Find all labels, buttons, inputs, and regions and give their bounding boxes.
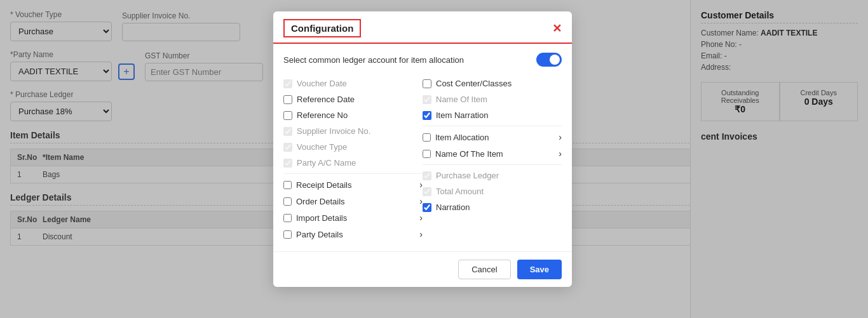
check-name-of-the-item-input[interactable] — [423, 150, 431, 158]
check-item-allocation-label: Item Allocation — [435, 133, 489, 142]
left-divider — [283, 173, 423, 174]
modal-close-button[interactable]: ✕ — [552, 22, 562, 36]
check-item-allocation[interactable]: Item Allocation › — [423, 129, 562, 145]
check-voucher-date-input[interactable] — [283, 79, 292, 88]
check-cost-center-input[interactable] — [423, 79, 431, 88]
check-party-details-input[interactable] — [283, 230, 292, 239]
modal-footer: Cancel Save — [273, 251, 572, 287]
toggle-switch[interactable] — [536, 53, 562, 67]
check-order-details-label: Order Details — [296, 197, 345, 206]
toggle-label: Select common ledger account for item al… — [283, 55, 464, 65]
check-total-amount-label: Total Amount — [436, 187, 484, 196]
check-import-details-label: Import Details — [296, 213, 347, 223]
check-cost-center[interactable]: Cost Center/Classes — [423, 76, 562, 91]
check-item-narration[interactable]: Item Narration — [423, 107, 562, 123]
check-order-details[interactable]: Order Details › — [283, 193, 423, 209]
left-column: Voucher Date Reference Date Reference No… — [283, 76, 423, 242]
check-total-amount-input[interactable] — [423, 187, 431, 196]
check-receipt-details-input[interactable] — [283, 181, 292, 189]
check-item-narration-label: Item Narration — [436, 110, 488, 120]
modal-title: Configuration — [283, 19, 361, 37]
check-item-narration-input[interactable] — [423, 111, 431, 120]
right-divider1 — [423, 126, 562, 126]
modal-header: Configuration ✕ — [273, 11, 572, 44]
check-reference-no-input[interactable] — [283, 111, 292, 120]
check-reference-date-label: Reference Date — [297, 95, 355, 104]
cancel-button[interactable]: Cancel — [458, 260, 510, 279]
check-receipt-details[interactable]: Receipt Details › — [283, 176, 423, 193]
page: * Voucher Type Purchase Supplier Invoice… — [0, 0, 868, 318]
toggle-row: Select common ledger account for item al… — [283, 53, 562, 67]
item-allocation-arrow: › — [559, 132, 562, 142]
check-item-allocation-input[interactable] — [423, 133, 431, 142]
check-order-details-input[interactable] — [283, 197, 292, 206]
check-voucher-type[interactable]: Voucher Type — [283, 139, 423, 155]
check-import-details[interactable]: Import Details › — [283, 209, 423, 226]
configuration-modal: Configuration ✕ Select common ledger acc… — [273, 11, 572, 287]
check-supplier-invoice-label: Supplier Invoice No. — [297, 126, 370, 136]
check-name-of-the-item-label: Name Of The Item — [435, 149, 503, 159]
check-purchase-ledger[interactable]: Purchase Ledger — [423, 168, 562, 183]
check-receipt-details-label: Receipt Details — [296, 180, 351, 190]
check-import-details-input[interactable] — [283, 214, 292, 222]
check-voucher-type-label: Voucher Type — [297, 142, 347, 152]
check-purchase-ledger-label: Purchase Ledger — [436, 171, 499, 180]
check-supplier-invoice[interactable]: Supplier Invoice No. — [283, 123, 423, 139]
check-name-of-item-label: Name Of Item — [436, 95, 487, 104]
check-voucher-date-label: Voucher Date — [297, 79, 347, 88]
check-cost-center-label: Cost Center/Classes — [436, 79, 512, 88]
check-reference-no-label: Reference No — [297, 110, 348, 120]
check-name-of-item-input[interactable] — [423, 95, 431, 104]
check-name-of-item[interactable]: Name Of Item — [423, 91, 562, 107]
save-button[interactable]: Save — [517, 260, 562, 279]
name-of-the-item-arrow: › — [559, 149, 562, 159]
check-total-amount[interactable]: Total Amount — [423, 183, 562, 199]
check-narration-input[interactable] — [423, 203, 431, 212]
check-party-ac-name-input[interactable] — [283, 159, 292, 168]
check-reference-no[interactable]: Reference No — [283, 107, 423, 123]
checkboxes-grid: Voucher Date Reference Date Reference No… — [283, 76, 562, 242]
check-party-details[interactable]: Party Details › — [283, 226, 423, 242]
check-narration[interactable]: Narration — [423, 199, 562, 215]
check-voucher-date[interactable]: Voucher Date — [283, 76, 423, 91]
check-narration-label: Narration — [436, 202, 470, 212]
modal-body: Select common ledger account for item al… — [273, 44, 572, 251]
check-reference-date-input[interactable] — [283, 95, 292, 104]
check-supplier-invoice-input[interactable] — [283, 127, 292, 136]
check-party-ac-name[interactable]: Party A/C Name — [283, 155, 423, 171]
check-party-ac-name-label: Party A/C Name — [297, 158, 356, 168]
right-column: Cost Center/Classes Name Of Item Item Na… — [423, 76, 562, 242]
right-divider2 — [423, 164, 562, 165]
check-voucher-type-input[interactable] — [283, 143, 292, 152]
check-party-details-label: Party Details — [296, 230, 343, 239]
check-purchase-ledger-input[interactable] — [423, 171, 431, 180]
check-name-of-the-item[interactable]: Name Of The Item › — [423, 145, 562, 162]
check-reference-date[interactable]: Reference Date — [283, 91, 423, 107]
